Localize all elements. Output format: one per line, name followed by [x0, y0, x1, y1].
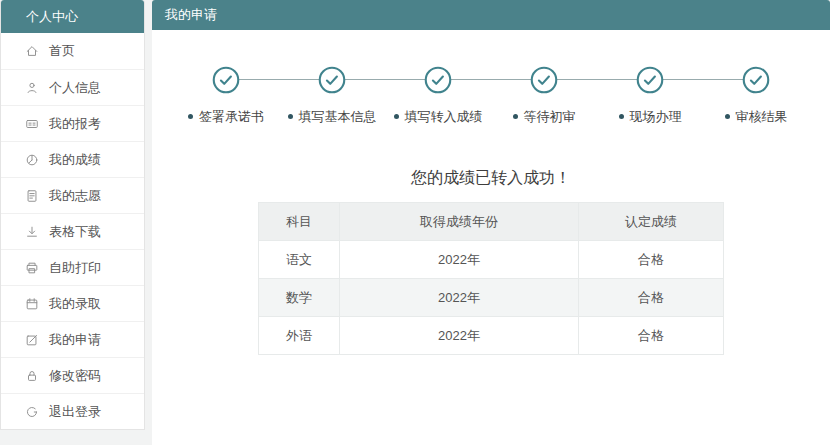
step-check-icon	[318, 66, 346, 94]
home-icon	[25, 44, 39, 58]
table-row: 外语 2022年 合格	[259, 317, 724, 355]
step-label: 等待初审	[491, 108, 597, 126]
grades-table: 科目 取得成绩年份 认定成绩 语文 2022年 合格 数学 2022年 合格 外…	[258, 202, 724, 355]
step-bullet-dot	[619, 114, 624, 119]
sidebar-item-label: 我的申请	[49, 331, 101, 349]
lock-icon	[25, 369, 39, 383]
table-header-row: 科目 取得成绩年份 认定成绩	[259, 203, 724, 241]
step-check-icon	[212, 66, 240, 94]
success-message: 您的成绩已转入成功！	[152, 168, 830, 189]
sidebar-item-label: 我的成绩	[49, 151, 101, 169]
sidebar-item-home[interactable]: 首页	[1, 33, 144, 69]
stepper-step-2: 填写基本信息	[279, 66, 385, 126]
sidebar-item-label: 我的报考	[49, 115, 101, 133]
cell-result: 合格	[579, 241, 724, 279]
edit-icon	[25, 333, 39, 347]
progress-stepper: 签署承诺书 填写基本信息 填写转入成绩 等待初审 现场办理	[173, 66, 809, 126]
step-bullet-dot	[394, 114, 399, 119]
sidebar: 个人中心 首页 个人信息 我的报考 我的成绩 我的志愿	[0, 0, 145, 430]
cell-subject: 外语	[259, 317, 340, 355]
sidebar-item-personal-info[interactable]: 个人信息	[1, 69, 144, 105]
sidebar-item-label: 我的录取	[49, 295, 101, 313]
download-icon	[25, 225, 39, 239]
step-bullet-dot	[513, 114, 518, 119]
id-card-icon	[25, 117, 39, 131]
cell-result: 合格	[579, 317, 724, 355]
step-label: 审核结果	[703, 108, 809, 126]
sidebar-item-label: 首页	[49, 42, 75, 60]
calendar-icon	[25, 297, 39, 311]
stepper-step-1: 签署承诺书	[173, 66, 279, 126]
sidebar-item-label: 退出登录	[49, 403, 101, 421]
sidebar-title: 个人中心	[1, 0, 144, 33]
stepper-step-3: 填写转入成绩	[385, 66, 491, 126]
step-bullet-dot	[188, 114, 193, 119]
cell-subject: 语文	[259, 241, 340, 279]
logout-icon	[25, 405, 39, 419]
document-icon	[25, 189, 39, 203]
cell-year: 2022年	[340, 317, 579, 355]
sidebar-item-my-admission[interactable]: 我的录取	[1, 285, 144, 321]
sidebar-item-self-print[interactable]: 自助打印	[1, 249, 144, 285]
cell-year: 2022年	[340, 279, 579, 317]
column-header-subject: 科目	[259, 203, 340, 241]
cell-subject: 数学	[259, 279, 340, 317]
column-header-year: 取得成绩年份	[340, 203, 579, 241]
stepper-step-5: 现场办理	[597, 66, 703, 126]
stepper-step-4: 等待初审	[491, 66, 597, 126]
cell-year: 2022年	[340, 241, 579, 279]
sidebar-item-change-password[interactable]: 修改密码	[1, 357, 144, 393]
pie-chart-icon	[25, 153, 39, 167]
sidebar-item-label: 修改密码	[49, 367, 101, 385]
sidebar-item-my-preferences[interactable]: 我的志愿	[1, 177, 144, 213]
user-icon	[25, 81, 39, 95]
sidebar-item-my-application[interactable]: 我的申请	[1, 321, 144, 357]
step-check-icon	[742, 66, 770, 94]
sidebar-menu: 首页 个人信息 我的报考 我的成绩 我的志愿 表格下载	[1, 33, 144, 429]
sidebar-item-label: 表格下载	[49, 223, 101, 241]
step-label: 填写基本信息	[279, 108, 385, 126]
cell-result: 合格	[579, 279, 724, 317]
step-bullet-dot	[725, 114, 730, 119]
step-label: 填写转入成绩	[385, 108, 491, 126]
step-label: 签署承诺书	[173, 108, 279, 126]
table-row: 语文 2022年 合格	[259, 241, 724, 279]
step-check-icon	[424, 66, 452, 94]
sidebar-item-logout[interactable]: 退出登录	[1, 393, 144, 429]
stepper-step-6: 审核结果	[703, 66, 809, 126]
column-header-result: 认定成绩	[579, 203, 724, 241]
sidebar-item-label: 自助打印	[49, 259, 101, 277]
sidebar-item-form-download[interactable]: 表格下载	[1, 213, 144, 249]
main-panel: 我的申请 签署承诺书 填写基本信息 填写转入成绩	[152, 0, 830, 445]
page: 个人中心 首页 个人信息 我的报考 我的成绩 我的志愿	[0, 0, 830, 445]
step-bullet-dot	[288, 114, 293, 119]
step-label: 现场办理	[597, 108, 703, 126]
sidebar-item-label: 个人信息	[49, 79, 101, 97]
sidebar-item-my-registration[interactable]: 我的报考	[1, 105, 144, 141]
table-row: 数学 2022年 合格	[259, 279, 724, 317]
printer-icon	[25, 261, 39, 275]
step-check-icon	[530, 66, 558, 94]
main-panel-title: 我的申请	[152, 0, 830, 30]
sidebar-item-my-grades[interactable]: 我的成绩	[1, 141, 144, 177]
sidebar-item-label: 我的志愿	[49, 187, 101, 205]
step-check-icon	[636, 66, 664, 94]
